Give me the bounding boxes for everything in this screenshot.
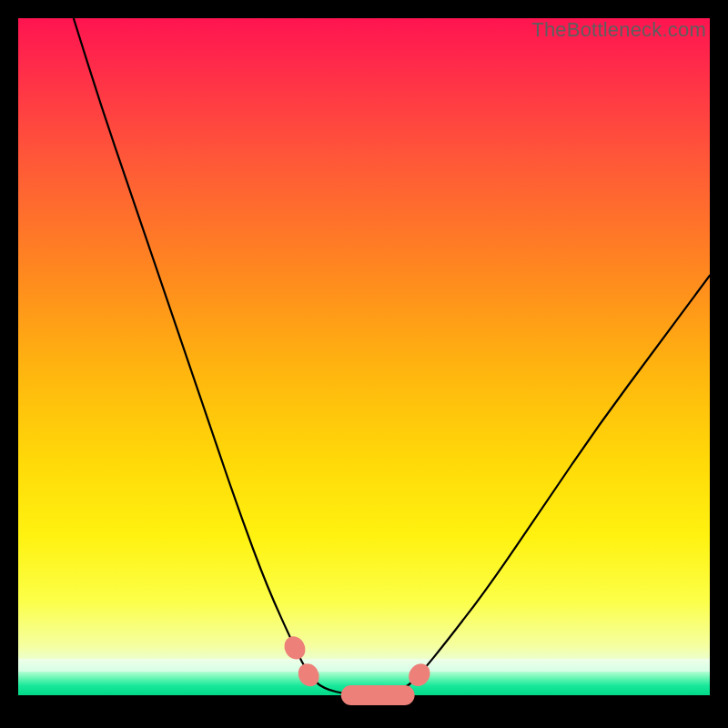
marker-capsule: [341, 685, 415, 705]
outer-frame: TheBottleneck.com: [0, 0, 728, 728]
watermark-text: TheBottleneck.com: [531, 18, 706, 42]
highlight-markers: [280, 632, 434, 705]
curve-line: [74, 18, 710, 695]
bottleneck-curve: [18, 18, 710, 710]
marker-dot: [280, 632, 309, 663]
plot-area: TheBottleneck.com: [18, 18, 710, 710]
